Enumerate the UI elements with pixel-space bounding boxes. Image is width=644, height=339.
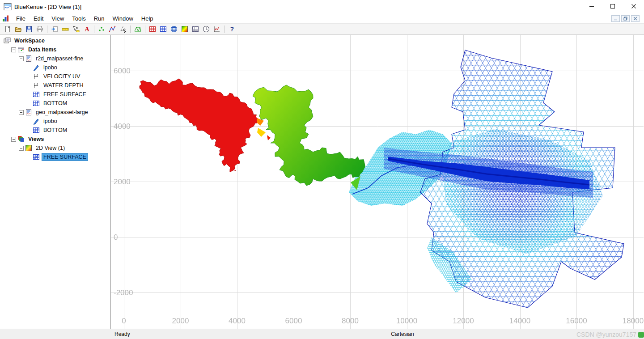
new-polyline-button[interactable] <box>107 24 118 34</box>
maximize-button[interactable] <box>602 0 623 13</box>
data-table-button[interactable] <box>190 24 201 34</box>
ipobo-icon <box>33 64 40 71</box>
open-file-button[interactable] <box>13 24 24 34</box>
menu-window[interactable]: Window <box>109 14 137 23</box>
new-file-button[interactable] <box>2 24 13 34</box>
svg-text:A: A <box>85 26 90 33</box>
toolbar-separator <box>94 25 94 33</box>
tree-item-label: WATER DEPTH <box>42 81 85 89</box>
tree-item-velocity-uv[interactable]: VELOCITY UV <box>0 72 110 81</box>
graph-view-button[interactable] <box>212 24 222 34</box>
vector-icon <box>33 82 40 89</box>
selafin-icon <box>25 109 32 116</box>
close-button[interactable] <box>623 0 644 13</box>
tree-item-bottom[interactable]: BOTTOM <box>0 99 110 108</box>
tree-collapse-toggle[interactable] <box>11 47 16 52</box>
tree-item-label: ipobo <box>42 64 59 72</box>
animator-button[interactable] <box>201 24 212 34</box>
mesh2-icon <box>33 127 40 134</box>
tree-item-free-surface[interactable]: FREE SURFACE <box>0 153 110 161</box>
menu-edit[interactable]: Edit <box>30 14 47 23</box>
new-points-button[interactable] <box>96 24 107 34</box>
colour-scale-icon <box>181 25 188 33</box>
ipobo-icon <box>33 118 40 125</box>
menu-tools[interactable]: Tools <box>68 14 89 23</box>
measure-ruler-icon <box>62 25 69 33</box>
tree-item-label: r2d_malpasset-fine <box>34 55 85 63</box>
status-coordinate-system: Cartesian <box>309 331 496 337</box>
document-logo-icon <box>2 15 9 22</box>
tree-item-views[interactable]: Views <box>0 135 110 144</box>
tree-item-workspace[interactable]: WorkSpace <box>0 36 110 45</box>
tree-item-ipobo[interactable]: ipobo <box>0 63 110 72</box>
main-area: WorkSpaceData Itemsr2d_malpasset-fineipo… <box>0 35 644 329</box>
tree-collapse-toggle[interactable] <box>19 146 24 151</box>
map-red-grid-button[interactable] <box>147 24 158 34</box>
window-title: BlueKenue - [2D View (1)] <box>14 4 81 10</box>
import-button[interactable] <box>49 24 60 34</box>
tree-item-ipobo[interactable]: ipobo <box>0 117 110 126</box>
mdi-restore-button[interactable] <box>621 15 630 22</box>
tree-item-free-surface[interactable]: FREE SURFACE <box>0 90 110 99</box>
new-polyline-icon <box>109 25 116 33</box>
polygon-select-button[interactable] <box>118 24 128 34</box>
mdi-minimize-button[interactable] <box>611 15 620 22</box>
toolbar: A? <box>0 23 644 35</box>
mdi-close-button[interactable] <box>631 15 640 22</box>
mesh2-icon <box>33 100 40 107</box>
map-blue-grid-button[interactable] <box>158 24 169 34</box>
menu-help[interactable]: Help <box>137 14 157 23</box>
tree-item-water-depth[interactable]: WATER DEPTH <box>0 81 110 90</box>
menu-view[interactable]: View <box>47 14 68 23</box>
close-icon <box>631 4 636 10</box>
tree-collapse-toggle[interactable] <box>11 137 16 142</box>
window-controls <box>581 0 644 13</box>
toolbar-separator <box>47 25 47 33</box>
menu-file[interactable]: File <box>12 14 30 23</box>
mesh2-icon <box>33 91 40 98</box>
projection-globe-button[interactable] <box>169 24 179 34</box>
2d-view-canvas[interactable] <box>111 35 644 329</box>
print-button[interactable] <box>34 24 45 34</box>
save-file-icon <box>25 25 33 33</box>
tree-item-data-items[interactable]: Data Items <box>0 45 110 54</box>
import-icon <box>51 25 58 33</box>
new-mesh-button[interactable] <box>132 24 143 34</box>
tree-item-geo-malpasset-large[interactable]: geo_malpasset-large <box>0 108 110 117</box>
title-bar: BlueKenue - [2D View (1)] <box>0 0 644 13</box>
tree-item-r2d-malpasset-fine[interactable]: r2d_malpasset-fine <box>0 54 110 63</box>
polygon-select-icon <box>119 25 127 33</box>
help-button[interactable]: ? <box>226 24 237 34</box>
app-icon <box>4 3 12 11</box>
text-label-button[interactable]: A <box>81 24 92 34</box>
minimize-icon <box>589 4 594 10</box>
tree-collapse-toggle[interactable] <box>19 110 24 115</box>
menu-run[interactable]: Run <box>90 14 109 23</box>
data-table-icon <box>192 25 199 33</box>
map-blue-grid-icon <box>160 25 167 33</box>
tree-item-label: FREE SURFACE <box>42 90 88 98</box>
probe-button[interactable] <box>71 24 81 34</box>
tree-collapse-toggle[interactable] <box>19 56 24 61</box>
map-red-grid-icon <box>149 25 156 33</box>
animator-icon <box>203 25 210 33</box>
tree-item-label: geo_malpasset-large <box>34 108 90 116</box>
projection-globe-icon <box>170 25 178 33</box>
tree-item-bottom[interactable]: BOTTOM <box>0 126 110 135</box>
probe-icon <box>72 25 80 33</box>
text-label-icon: A <box>83 25 90 33</box>
colour-scale-button[interactable] <box>179 24 190 34</box>
selafin-icon <box>25 55 32 62</box>
watermark: CSDN @yunzou7157 <box>576 331 644 338</box>
minimize-button[interactable] <box>581 0 602 13</box>
new-points-icon <box>98 25 105 33</box>
workspace-tree-panel: WorkSpaceData Itemsr2d_malpasset-fineipo… <box>0 35 111 329</box>
tree-item-2d-view-1-[interactable]: 2D View (1) <box>0 144 110 153</box>
help-icon: ? <box>228 25 235 33</box>
measure-ruler-button[interactable] <box>60 24 71 34</box>
mesh2-icon <box>33 153 40 161</box>
svg-text:?: ? <box>230 25 234 33</box>
save-file-button[interactable] <box>24 24 34 34</box>
new-file-icon <box>4 25 11 33</box>
mdi-window-controls <box>611 15 644 22</box>
